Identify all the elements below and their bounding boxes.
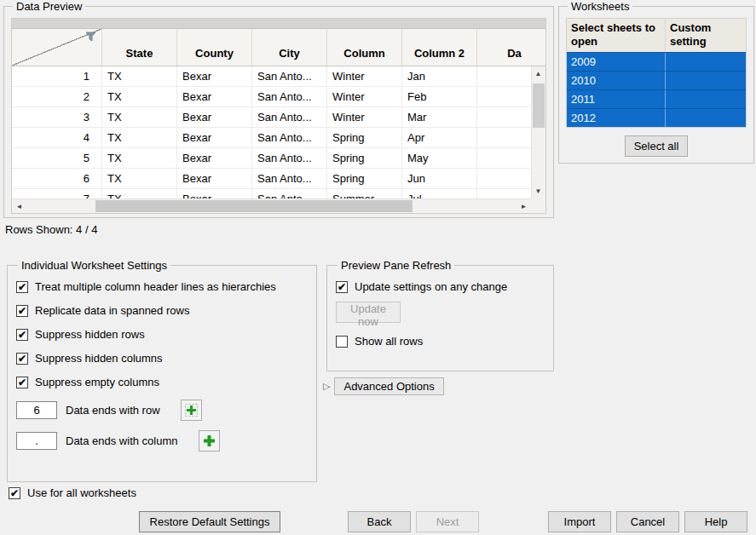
preview-horizontal-scrollbar[interactable]: ◄ ► bbox=[12, 198, 531, 213]
preview-vertical-scrollbar[interactable]: ▲ ▼ bbox=[531, 66, 545, 198]
preview-cell[interactable]: Spring bbox=[327, 128, 402, 147]
checkbox[interactable]: ✔ bbox=[336, 281, 348, 293]
horizontal-scroll-thumb[interactable] bbox=[95, 200, 413, 212]
preview-cell[interactable] bbox=[477, 128, 531, 147]
data-ends-row-input[interactable] bbox=[16, 401, 57, 419]
preview-cell[interactable]: Bexar bbox=[177, 189, 252, 198]
preview-cell[interactable]: Winter bbox=[327, 107, 402, 127]
preview-cell[interactable]: Spring bbox=[327, 148, 402, 168]
preview-cell[interactable]: Bexar bbox=[177, 169, 252, 188]
preview-cell[interactable] bbox=[477, 107, 531, 127]
checkbox[interactable]: ✔ bbox=[16, 377, 28, 388]
preview-column-header[interactable]: Column 2 bbox=[402, 29, 477, 66]
preview-cell[interactable] bbox=[477, 66, 531, 86]
vertical-scroll-thumb[interactable] bbox=[533, 83, 545, 128]
restore-default-settings-button[interactable]: Restore Default Settings bbox=[139, 511, 280, 532]
preview-cell[interactable]: San Anto... bbox=[252, 148, 327, 168]
preview-row[interactable]: 1TXBexarSan Anto...WinterJan bbox=[12, 66, 531, 87]
preview-cell[interactable]: TX bbox=[102, 189, 177, 198]
preview-cell[interactable]: May bbox=[402, 148, 477, 168]
settings-checkbox[interactable]: ✔Suppress hidden rows bbox=[16, 328, 308, 341]
next-button[interactable]: Next bbox=[416, 511, 479, 532]
scroll-left-icon[interactable]: ◄ bbox=[12, 199, 26, 214]
preview-cell[interactable]: TX bbox=[102, 87, 177, 106]
preview-cell[interactable]: San Anto... bbox=[252, 87, 327, 106]
preview-cell[interactable] bbox=[477, 148, 531, 168]
preview-cell[interactable]: Bexar bbox=[177, 148, 252, 168]
update-now-button[interactable]: Update now bbox=[336, 302, 401, 323]
preview-cell[interactable]: TX bbox=[102, 128, 177, 147]
pick-row-button[interactable] bbox=[181, 400, 202, 421]
preview-row[interactable]: 4TXBexarSan Anto...SpringApr bbox=[12, 128, 531, 148]
preview-cell[interactable]: Mar bbox=[402, 107, 477, 127]
preview-cell[interactable]: San Anto... bbox=[252, 169, 327, 188]
data-ends-column-input[interactable] bbox=[16, 432, 57, 450]
checkbox[interactable]: ✔ bbox=[16, 353, 28, 365]
settings-checkbox[interactable]: ✔Suppress hidden columns bbox=[16, 352, 308, 365]
scroll-right-icon[interactable]: ► bbox=[517, 199, 531, 214]
preview-cell[interactable]: Spring bbox=[327, 169, 402, 188]
preview-column-header[interactable]: State bbox=[102, 29, 177, 66]
preview-cell[interactable]: TX bbox=[102, 66, 177, 86]
back-button[interactable]: Back bbox=[348, 511, 411, 532]
preview-cell[interactable]: Bexar bbox=[177, 87, 252, 106]
pick-column-button[interactable] bbox=[199, 430, 220, 452]
scroll-up-icon[interactable]: ▲ bbox=[531, 66, 545, 81]
advanced-options-disclosure[interactable]: ▷ Advanced Options bbox=[323, 377, 444, 395]
preview-row[interactable]: 7TXBexarSan Anto...SummerJul bbox=[12, 189, 531, 198]
preview-row[interactable]: 6TXBexarSan Anto...SpringJun bbox=[12, 169, 531, 189]
select-all-button[interactable]: Select all bbox=[625, 135, 688, 157]
preview-cell[interactable]: Winter bbox=[327, 87, 402, 106]
preview-cell[interactable]: Feb bbox=[402, 87, 477, 106]
preview-row[interactable]: 5TXBexarSan Anto...SpringMay bbox=[12, 148, 531, 169]
preview-cell[interactable]: Winter bbox=[327, 66, 402, 86]
advanced-options-button[interactable]: Advanced Options bbox=[334, 377, 443, 395]
worksheet-row[interactable]: 2010 bbox=[567, 71, 746, 89]
help-button[interactable]: Help bbox=[684, 511, 747, 532]
cancel-button[interactable]: Cancel bbox=[616, 511, 679, 532]
preview-cell[interactable]: Jul bbox=[402, 189, 477, 198]
settings-checkbox[interactable]: ✔Suppress empty columns bbox=[16, 376, 308, 388]
show-all-rows-checkbox[interactable]: Show all rows bbox=[336, 335, 545, 348]
preview-cell[interactable]: San Anto... bbox=[252, 107, 327, 127]
preview-cell[interactable]: Apr bbox=[402, 128, 477, 147]
preview-column-header[interactable]: Da bbox=[477, 29, 545, 66]
worksheet-row[interactable]: 2012 bbox=[567, 108, 746, 127]
preview-column-header[interactable]: City bbox=[252, 29, 327, 66]
columns-filter-icon[interactable] bbox=[85, 32, 96, 44]
chevron-right-icon[interactable]: ▷ bbox=[323, 381, 330, 392]
import-button[interactable]: Import bbox=[548, 511, 611, 532]
preview-cell[interactable]: Jan bbox=[402, 66, 477, 86]
preview-cell[interactable]: TX bbox=[102, 107, 177, 127]
preview-corner-cell[interactable] bbox=[12, 29, 102, 66]
settings-checkbox[interactable]: ✔Treat multiple column header lines as h… bbox=[16, 280, 308, 293]
preview-cell[interactable]: TX bbox=[102, 169, 177, 188]
preview-cell[interactable]: San Anto... bbox=[252, 66, 327, 86]
preview-cell[interactable]: TX bbox=[102, 148, 177, 168]
preview-cell[interactable]: Summer bbox=[327, 189, 402, 198]
preview-cell[interactable] bbox=[477, 87, 531, 106]
preview-row[interactable]: 3TXBexarSan Anto...WinterMar bbox=[12, 107, 531, 128]
scroll-down-icon[interactable]: ▼ bbox=[531, 184, 545, 198]
checkbox[interactable] bbox=[336, 336, 348, 348]
preview-cell[interactable] bbox=[477, 189, 531, 198]
checkbox[interactable]: ✔ bbox=[16, 281, 28, 293]
preview-column-header[interactable]: County bbox=[177, 29, 252, 66]
checkbox[interactable]: ✔ bbox=[16, 329, 28, 341]
preview-cell[interactable]: Bexar bbox=[177, 66, 252, 86]
use-for-all-checkbox[interactable]: ✔ Use for all worksheets bbox=[9, 486, 136, 499]
checkbox[interactable]: ✔ bbox=[9, 487, 20, 499]
checkbox[interactable]: ✔ bbox=[16, 305, 28, 317]
preview-cell[interactable] bbox=[477, 169, 531, 188]
worksheet-row[interactable]: 2011 bbox=[567, 89, 746, 108]
worksheet-row[interactable]: 2009 bbox=[567, 52, 746, 71]
preview-cell[interactable]: San Anto... bbox=[252, 189, 327, 198]
preview-cell[interactable]: Bexar bbox=[177, 107, 252, 127]
settings-checkbox[interactable]: ✔Replicate data in spanned rows bbox=[16, 304, 308, 317]
preview-cell[interactable]: San Anto... bbox=[252, 128, 327, 147]
update-on-change-checkbox[interactable]: ✔ Update settings on any change bbox=[336, 280, 545, 293]
preview-row[interactable]: 2TXBexarSan Anto...WinterFeb bbox=[12, 87, 531, 107]
preview-cell[interactable]: Bexar bbox=[177, 128, 252, 147]
preview-column-header[interactable]: Column bbox=[327, 29, 402, 66]
preview-cell[interactable]: Jun bbox=[402, 169, 477, 188]
